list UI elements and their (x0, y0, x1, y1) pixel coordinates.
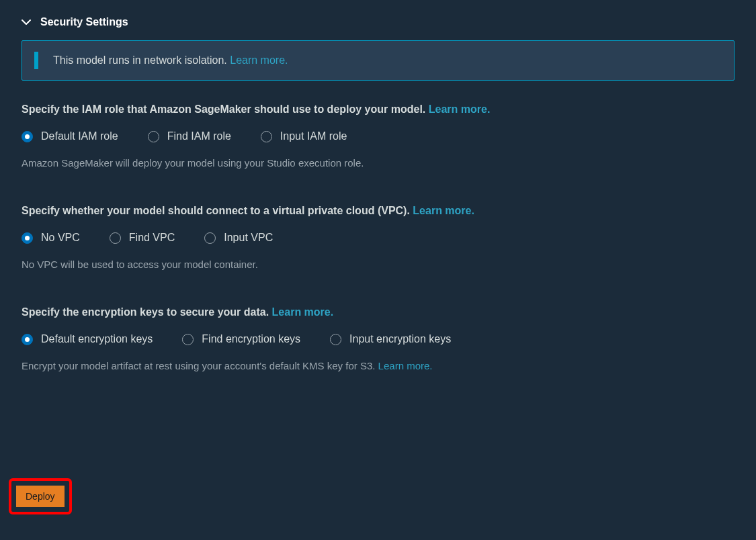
vpc-radio-find[interactable]: Find VPC (110, 232, 175, 244)
vpc-radio-input[interactable]: Input VPC (204, 232, 273, 244)
vpc-learn-more-link[interactable]: Learn more. (413, 205, 474, 216)
security-settings-header[interactable]: Security Settings (22, 16, 734, 28)
encryption-helper-learn-more-link[interactable]: Learn more. (378, 360, 433, 371)
radio-unchecked-icon (330, 334, 341, 345)
radio-checked-icon (22, 334, 33, 345)
iam-radio-default[interactable]: Default IAM role (22, 130, 118, 142)
vpc-radio-none[interactable]: No VPC (22, 232, 80, 244)
encryption-radio-find[interactable]: Find encryption keys (182, 333, 300, 345)
vpc-radio-find-label: Find VPC (129, 232, 175, 244)
iam-radio-find[interactable]: Find IAM role (148, 130, 231, 142)
encryption-radio-input-label: Input encryption keys (349, 333, 451, 345)
iam-role-section: Specify the IAM role that Amazon SageMak… (22, 103, 734, 169)
encryption-helper-text: Encrypt your model artifact at rest usin… (22, 360, 734, 371)
vpc-radio-none-label: No VPC (41, 232, 80, 244)
vpc-heading: Specify whether your model should connec… (22, 205, 734, 217)
encryption-learn-more-link[interactable]: Learn more. (272, 306, 334, 318)
iam-radio-default-label: Default IAM role (41, 130, 118, 142)
section-title: Security Settings (40, 16, 128, 28)
vpc-heading-text: Specify whether your model should connec… (22, 205, 410, 216)
iam-radio-input-label: Input IAM role (280, 130, 347, 142)
radio-checked-icon (22, 232, 33, 244)
iam-radio-find-label: Find IAM role (167, 130, 231, 142)
iam-learn-more-link[interactable]: Learn more. (429, 103, 491, 115)
encryption-radio-find-label: Find encryption keys (202, 333, 300, 345)
radio-unchecked-icon (261, 131, 272, 142)
network-isolation-info: This model runs in network isolation. Le… (22, 40, 734, 81)
iam-radio-input[interactable]: Input IAM role (261, 130, 347, 142)
deploy-highlight-box: Deploy (9, 478, 72, 514)
radio-unchecked-icon (148, 131, 159, 142)
chevron-down-icon (22, 17, 31, 27)
iam-heading: Specify the IAM role that Amazon SageMak… (22, 103, 734, 116)
encryption-helper-message: Encrypt your model artifact at rest usin… (22, 360, 375, 371)
iam-heading-text: Specify the IAM role that Amazon SageMak… (22, 103, 425, 115)
iam-helper-text: Amazon SageMaker will deploy your model … (22, 157, 734, 169)
vpc-section: Specify whether your model should connec… (22, 205, 734, 270)
info-bar-icon (34, 52, 38, 69)
info-text: This model runs in network isolation. Le… (53, 54, 288, 66)
encryption-radio-group: Default encryption keys Find encryption … (22, 333, 734, 345)
encryption-heading: Specify the encryption keys to secure yo… (22, 306, 734, 318)
radio-unchecked-icon (182, 334, 194, 345)
encryption-section: Specify the encryption keys to secure yo… (22, 306, 734, 371)
radio-unchecked-icon (110, 232, 121, 244)
info-message: This model runs in network isolation. (53, 54, 227, 66)
vpc-helper-text: No VPC will be used to access your model… (22, 259, 734, 270)
info-learn-more-link[interactable]: Learn more. (230, 54, 288, 66)
radio-checked-icon (22, 131, 33, 142)
vpc-radio-input-label: Input VPC (224, 232, 273, 244)
radio-unchecked-icon (204, 232, 216, 244)
vpc-radio-group: No VPC Find VPC Input VPC (22, 232, 734, 244)
deploy-button[interactable]: Deploy (16, 486, 65, 507)
encryption-heading-text: Specify the encryption keys to secure yo… (22, 306, 269, 318)
encryption-radio-input[interactable]: Input encryption keys (330, 333, 451, 345)
encryption-radio-default[interactable]: Default encryption keys (22, 333, 153, 345)
iam-radio-group: Default IAM role Find IAM role Input IAM… (22, 130, 734, 142)
encryption-radio-default-label: Default encryption keys (41, 333, 153, 345)
